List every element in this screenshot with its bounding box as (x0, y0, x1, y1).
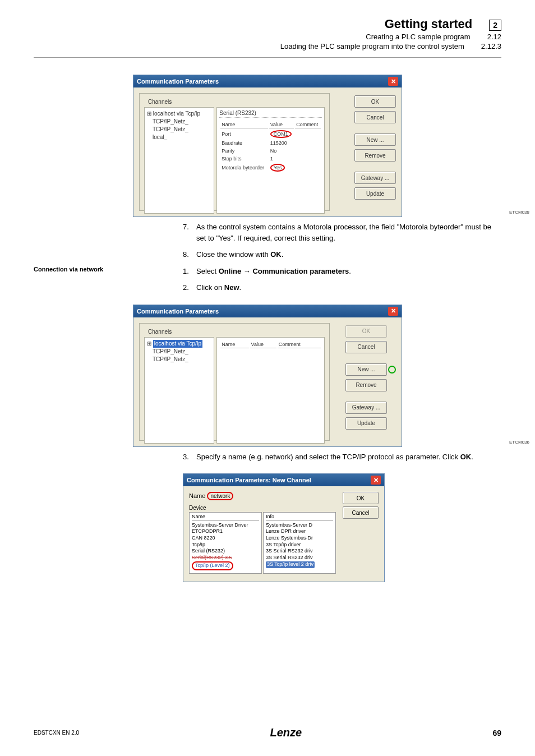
col-comment: Comment (278, 341, 321, 348)
step-number: 8. (183, 249, 192, 260)
list-item[interactable]: Systembus-Server Driver (192, 522, 259, 529)
list-item: 3S Tcp/Ip driver (266, 542, 333, 548)
ok-button[interactable]: OK (345, 325, 387, 338)
list-item[interactable]: ETCPODPR1 (192, 528, 259, 535)
breadcrumb-1: Creating a PLC sample program (366, 33, 470, 41)
page-title: Getting started (385, 17, 472, 31)
list-item[interactable]: Tcp/Ip (192, 542, 259, 548)
new-channel-dialog: Communication Parameters: New Channel ✕ … (183, 473, 385, 582)
list-item-strike: Serial(RS232) 3.5 (192, 555, 259, 561)
figure-id: ETCM038 (509, 210, 529, 215)
col-name: Name (220, 121, 268, 128)
logo: Lenze (270, 726, 302, 739)
step-number: 3. (183, 451, 192, 463)
col-info: Info (266, 514, 333, 521)
channel-detail: Name Value Comment (216, 337, 325, 444)
channels-group-label: Channels (146, 99, 173, 105)
circle-highlight: COM1 (270, 130, 292, 138)
tree-item[interactable]: ⊞ localhost via Tcp/Ip (147, 110, 211, 118)
step-text: Select Online → Communication parameters… (196, 266, 351, 277)
step-number: 2. (183, 282, 192, 293)
comm-params-dialog-1: Communication Parameters ✕ Channels ⊞ lo… (133, 75, 402, 217)
figure-id: ETCM036 (509, 440, 529, 445)
cancel-button[interactable]: Cancel (345, 341, 387, 353)
breadcrumb-2: Loading the PLC sample program into the … (280, 42, 464, 50)
col-value: Value (250, 341, 276, 348)
side-label: Connection via network (34, 266, 103, 273)
cancel-button[interactable]: Cancel (354, 111, 396, 123)
dialog-title: Communication Parameters (137, 78, 219, 85)
remove-button[interactable]: Remove (354, 149, 396, 162)
channels-group-label: Channels (146, 329, 173, 335)
step-text: As the control system contains a Motorol… (196, 222, 501, 243)
section-number: 2 (489, 20, 501, 31)
update-button[interactable]: Update (345, 417, 387, 430)
list-item[interactable]: Serial (RS232) (192, 548, 259, 555)
close-icon[interactable]: ✕ (388, 307, 398, 316)
tree-item[interactable]: TCP/IP_Netz_ (147, 356, 211, 363)
doc-id: EDSTCXN EN 2.0 (34, 730, 79, 736)
list-item: 3S Tcp/Ip level 2 driv (266, 561, 315, 568)
close-icon[interactable]: ✕ (371, 476, 381, 485)
breadcrumb-num-1: 2.12 (487, 33, 501, 41)
col-name: Name (220, 341, 248, 348)
list-item: Systembus-Server D (266, 522, 333, 529)
tree-item[interactable]: TCP/IP_Netz_ (147, 348, 211, 356)
detail-title: Serial (RS232) (219, 110, 322, 118)
update-button[interactable]: Update (354, 187, 396, 200)
circle-highlight (388, 366, 396, 374)
step-text: Click on New. (196, 282, 241, 293)
list-item: 3S Serial RS232 driv (266, 555, 333, 561)
circle-highlight: Yes (270, 164, 285, 172)
ok-button[interactable]: OK (343, 492, 379, 504)
tree-item[interactable]: ⊞ localhost via Tcp/Ip (147, 340, 211, 348)
new-button[interactable]: New ... (354, 133, 396, 146)
step-number: 1. (183, 266, 192, 277)
close-icon[interactable]: ✕ (388, 77, 398, 86)
ok-button[interactable]: OK (354, 95, 396, 108)
list-item[interactable]: CAN 8220 (192, 535, 259, 542)
device-info-list: Info Systembus-Server D Lenze DPR driver… (263, 512, 336, 574)
step-text: Close the window with OK. (196, 249, 283, 260)
step-text: Specify a name (e.g. network) and select… (196, 451, 473, 463)
col-value: Value (269, 121, 294, 128)
dialog-title: Communication Parameters (137, 308, 219, 315)
tree-item[interactable]: TCP/IP_Netz_ (147, 118, 211, 126)
name-input[interactable]: network (207, 492, 233, 500)
page-number: 69 (492, 729, 501, 737)
list-item: 3S Serial RS232 driv (266, 548, 333, 555)
list-item-selected[interactable]: Tcp/Ip (Level 2) (192, 561, 233, 570)
gateway-button[interactable]: Gateway ... (354, 172, 396, 184)
breadcrumb-num-2: 2.12.3 (481, 42, 501, 50)
device-name-list[interactable]: Name Systembus-Server Driver ETCPODPR1 C… (189, 512, 262, 574)
list-item: Lenze DPR driver (266, 528, 333, 535)
tree-item[interactable]: local_ (147, 133, 211, 141)
channels-tree[interactable]: ⊞ localhost via Tcp/Ip TCP/IP_Netz_ TCP/… (144, 107, 214, 214)
step-number: 7. (183, 222, 192, 243)
tree-item[interactable]: TCP/IP_Netz_ (147, 126, 211, 133)
col-comment: Comment (295, 121, 321, 128)
col-name: Name (192, 514, 259, 521)
gateway-button[interactable]: Gateway ... (345, 402, 387, 414)
remove-button[interactable]: Remove (345, 379, 387, 391)
name-label: Name (189, 492, 205, 499)
list-item: Lenze Systembus-Dr (266, 535, 333, 542)
cancel-button[interactable]: Cancel (343, 506, 379, 519)
new-button[interactable]: New ... (345, 363, 387, 376)
comm-params-dialog-2: Communication Parameters ✕ Channels ⊞ lo… (133, 305, 402, 447)
channel-detail: Serial (RS232) Name Value Comment PortCO… (216, 107, 325, 214)
channels-tree[interactable]: ⊞ localhost via Tcp/Ip TCP/IP_Netz_ TCP/… (144, 337, 214, 444)
dialog-title: Communication Parameters: New Channel (187, 477, 311, 483)
